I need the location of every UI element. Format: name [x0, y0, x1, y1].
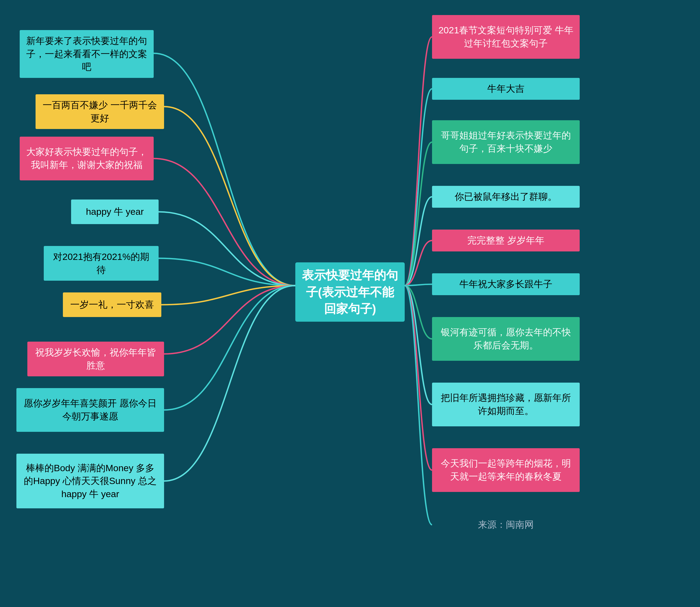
- left-node-l6: 一岁一礼，一寸欢喜: [63, 292, 161, 317]
- right-node-r9: 今天我们一起等跨年的烟花，明天就一起等来年的春秋冬夏: [432, 448, 580, 492]
- right-node-r2: 牛年大吉: [432, 78, 580, 100]
- left-node-l4: happy 牛 year: [71, 200, 159, 224]
- left-node-l3: 大家好表示快要过年的句子，我叫新年，谢谢大家的祝福: [20, 137, 154, 181]
- right-node-r8: 把旧年所遇拥挡珍藏，愿新年所许如期而至。: [432, 383, 580, 426]
- right-node-r4: 你已被鼠年移出了群聊。: [432, 186, 580, 208]
- right-node-r6: 牛年祝大家多长跟牛子: [432, 273, 580, 295]
- center-text: 表示快要过年的句子(表示过年不能回家句子): [301, 267, 399, 317]
- left-node-l8: 愿你岁岁年年喜笑颜开 愿你今日今朝万事遂愿: [16, 388, 164, 432]
- left-node-l9: 棒棒的Body 满满的Money 多多的Happy 心情天天很Sunny 总之h…: [16, 454, 164, 508]
- left-node-l2: 一百两百不嫌少 一千两千会更好: [36, 94, 164, 129]
- right-node-r1: 2021春节文案短句特别可爱 牛年过年讨红包文案句子: [432, 15, 580, 59]
- center-node: 表示快要过年的句子(表示过年不能回家句子): [295, 263, 405, 322]
- left-node-l5: 对2021抱有2021%的期待: [44, 246, 159, 281]
- left-node-l7: 祝我岁岁长欢愉，祝你年年皆胜意: [27, 342, 164, 376]
- right-node-r7: 银河有迹可循，愿你去年的不快乐都后会无期。: [432, 317, 580, 361]
- right-node-r5: 完完整整 岁岁年年: [432, 230, 580, 251]
- right-node-r3: 哥哥姐姐过年好表示快要过年的句子，百来十块不嫌少: [432, 120, 580, 164]
- left-node-l1: 新年要来了表示快要过年的句子，一起来看看不一样的文案吧: [20, 30, 154, 78]
- mind-map: 表示快要过年的句子(表示过年不能回家句子) 新年要来了表示快要过年的句子，一起来…: [0, 0, 700, 607]
- right-node-r10: 来源：闽南网: [432, 514, 580, 536]
